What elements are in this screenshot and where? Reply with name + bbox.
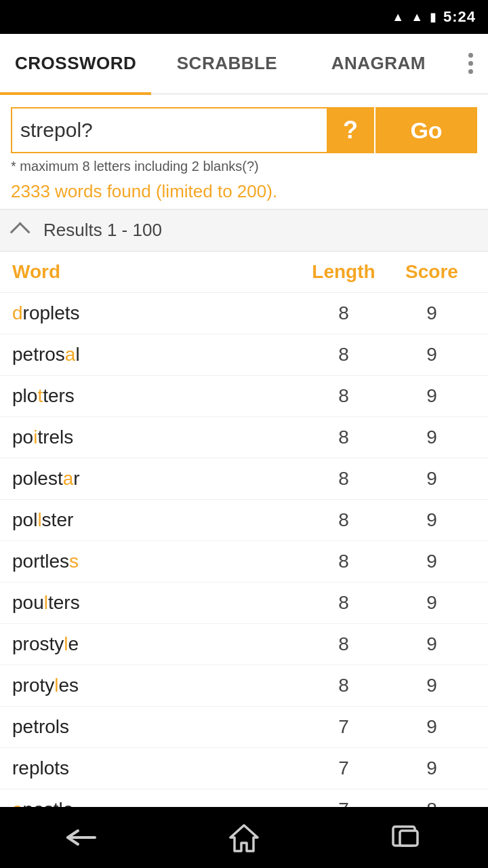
length-cell: 8 (300, 633, 388, 655)
score-cell: 9 (388, 302, 476, 324)
score-cell: 9 (388, 509, 476, 531)
list-header: Word Length Score (0, 252, 488, 293)
search-input[interactable] (20, 119, 319, 142)
table-row[interactable]: poitrels89 (0, 417, 488, 458)
word-rows-container: droplets89petrosal89plotters89poitrels89… (0, 293, 488, 868)
search-area: ? Go * maximum 8 letters including 2 bla… (0, 95, 488, 210)
length-cell: 8 (300, 675, 388, 696)
length-cell: 7 (300, 757, 388, 779)
table-row[interactable]: replots79 (0, 748, 488, 789)
tab-menu-button[interactable] (454, 34, 488, 93)
status-bar: ▲ ▲ ▮ 5:24 (0, 0, 488, 34)
tab-bar: CROSSWORD SCRABBLE ANAGRAM (0, 34, 488, 95)
status-time: 5:24 (443, 8, 476, 26)
search-hint: * maximum 8 letters including 2 blanks(?… (11, 159, 477, 174)
table-row[interactable]: polestar89 (0, 458, 488, 500)
length-cell: 8 (300, 551, 388, 572)
recents-icon (392, 825, 422, 850)
word-cell: protyles (12, 675, 300, 696)
svg-marker-1 (230, 825, 258, 851)
score-cell: 9 (388, 757, 476, 779)
col-header-score: Score (388, 261, 476, 283)
length-cell: 8 (300, 344, 388, 366)
length-cell: 8 (300, 468, 388, 490)
results-header: Results 1 - 100 (0, 210, 488, 252)
col-header-word: Word (12, 261, 300, 283)
back-button[interactable] (54, 817, 108, 858)
score-cell: 9 (388, 633, 476, 655)
search-row: ? Go (11, 107, 477, 153)
table-row[interactable]: prostyle89 (0, 624, 488, 665)
recents-button[interactable] (380, 817, 434, 858)
more-options-icon (468, 53, 473, 74)
score-cell: 9 (388, 716, 476, 738)
word-cell: portless (12, 551, 300, 572)
table-row[interactable]: protyles89 (0, 665, 488, 707)
length-cell: 8 (300, 427, 388, 448)
length-cell: 8 (300, 592, 388, 614)
table-row[interactable]: petrols79 (0, 707, 488, 748)
signal-icon: ▲ (411, 10, 423, 24)
length-cell: 7 (300, 716, 388, 738)
results-count: 2333 words found (limited to 200). (11, 181, 477, 202)
table-row[interactable]: pollster89 (0, 500, 488, 541)
table-row[interactable]: portless89 (0, 541, 488, 583)
home-icon (229, 823, 259, 852)
word-cell: plotters (12, 385, 300, 407)
word-cell: prostyle (12, 633, 300, 655)
wifi-icon: ▲ (392, 10, 404, 24)
home-button[interactable] (217, 817, 271, 858)
results-label: Results 1 - 100 (43, 220, 162, 241)
score-cell: 9 (388, 468, 476, 490)
score-cell: 9 (388, 344, 476, 366)
word-cell: droplets (12, 302, 300, 324)
word-cell: pollster (12, 509, 300, 531)
help-button[interactable]: ? (327, 107, 374, 153)
table-row[interactable]: poulters89 (0, 583, 488, 624)
tab-scrabble[interactable]: SCRABBLE (151, 34, 302, 93)
score-cell: 9 (388, 385, 476, 407)
score-cell: 9 (388, 675, 476, 696)
svg-rect-3 (400, 831, 418, 846)
col-header-length: Length (300, 261, 388, 283)
table-row[interactable]: petrosal89 (0, 334, 488, 376)
length-cell: 8 (300, 509, 388, 531)
score-cell: 9 (388, 551, 476, 572)
score-cell: 9 (388, 592, 476, 614)
length-cell: 8 (300, 302, 388, 324)
word-cell: polestar (12, 468, 300, 490)
back-icon (64, 827, 98, 848)
nav-bar (0, 807, 488, 868)
table-row[interactable]: droplets89 (0, 293, 488, 334)
word-list: Word Length Score droplets89petrosal89pl… (0, 252, 488, 868)
battery-icon: ▮ (430, 9, 436, 24)
collapse-button[interactable] (12, 221, 31, 240)
word-cell: poitrels (12, 427, 300, 448)
tab-crossword[interactable]: CROSSWORD (0, 34, 151, 93)
word-cell: poulters (12, 592, 300, 614)
table-row[interactable]: plotters89 (0, 376, 488, 417)
word-cell: petrols (12, 716, 300, 738)
score-cell: 9 (388, 427, 476, 448)
go-button[interactable]: Go (375, 107, 477, 153)
word-cell: petrosal (12, 344, 300, 366)
tab-anagram[interactable]: ANAGRAM (303, 34, 454, 93)
word-cell: replots (12, 757, 300, 779)
length-cell: 8 (300, 385, 388, 407)
search-input-wrap (11, 107, 327, 153)
